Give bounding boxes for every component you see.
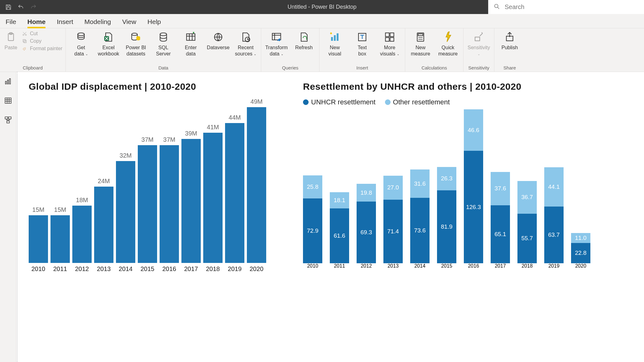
search-box[interactable] <box>488 0 644 14</box>
text-box-icon <box>356 31 368 43</box>
new-measure-button[interactable]: New measure <box>408 31 433 57</box>
new-visual-button[interactable]: New visual <box>323 31 347 57</box>
ribbon-group-clipboard: Paste Cut Copy Format painter Clipboard <box>0 28 66 72</box>
report-canvas[interactable]: Global IDP displacement | 2010-2020 15M2… <box>16 72 644 362</box>
bar-segment: 22.8 <box>571 243 590 263</box>
enter-data-icon <box>185 31 197 43</box>
dataverse-button[interactable]: Dataverse <box>206 31 230 51</box>
bar-stack: 72.925.8 <box>303 175 322 263</box>
menu-modeling[interactable]: Modeling <box>84 18 111 28</box>
menu-file[interactable]: File <box>6 18 16 28</box>
bar-column: 71.427.02013 <box>383 176 403 269</box>
sensitivity-button[interactable]: Sensitivity⌄ <box>467 31 491 57</box>
chart-idp[interactable]: Global IDP displacement | 2010-2020 15M2… <box>29 81 284 273</box>
pbi-datasets-icon <box>130 31 142 43</box>
bar-x-label: 2016 <box>162 265 176 273</box>
pbi-datasets-button[interactable]: Power BI datasets <box>124 31 148 57</box>
bar-column: 37M2015 <box>138 136 157 272</box>
paste-button[interactable]: Paste <box>3 31 19 51</box>
quick-measure-button[interactable]: Quick measure <box>436 31 460 57</box>
undo-icon[interactable] <box>17 3 25 11</box>
bar-stack: 126.346.6 <box>464 109 483 263</box>
bar-segment: 26.3 <box>437 167 456 190</box>
bar <box>160 145 179 263</box>
report-view-icon[interactable] <box>3 76 13 86</box>
publish-button[interactable]: Publish <box>497 31 522 51</box>
format-painter-button[interactable]: Format painter <box>22 46 62 51</box>
chart-resettlement[interactable]: Resettlement by UNHCR and others | 2010-… <box>303 81 633 273</box>
bar <box>225 123 244 263</box>
refresh-icon <box>298 31 310 43</box>
bar-segment: 72.9 <box>303 198 322 263</box>
quick-measure-icon <box>442 31 454 43</box>
copy-icon <box>22 38 27 44</box>
more-visuals-button[interactable]: More visuals ⌄ <box>377 31 402 57</box>
bar-column: 22.811.02020 <box>571 233 590 269</box>
sql-server-button[interactable]: SQL Server <box>151 31 175 57</box>
bar-x-label: 2019 <box>548 263 560 269</box>
chart-legend: UNHCR resettlement Other resettlement <box>303 98 633 106</box>
bar-value-label: 44M <box>229 114 241 121</box>
menu-view[interactable]: View <box>122 18 136 28</box>
svg-rect-16 <box>331 37 333 41</box>
bar-segment: 19.8 <box>357 184 376 202</box>
bar-stack: 69.319.8 <box>357 184 376 263</box>
group-label: Data <box>69 65 258 72</box>
bar-column: 81.926.32015 <box>437 167 456 269</box>
svg-rect-36 <box>9 79 10 84</box>
ribbon-group-queries: Transform data ⌄ Refresh Queries <box>261 28 320 72</box>
bar-x-label: 2017 <box>184 265 198 273</box>
refresh-button[interactable]: Refresh <box>292 31 316 51</box>
bar-segment: 31.6 <box>410 169 430 198</box>
ribbon-group-sensitivity: Sensitivity⌄ Sensitivity <box>464 28 494 72</box>
paste-icon <box>5 31 17 43</box>
menu-help[interactable]: Help <box>147 18 161 28</box>
redo-icon[interactable] <box>29 3 37 11</box>
ribbon: Paste Cut Copy Format painter Clipboard … <box>0 28 644 72</box>
search-input[interactable] <box>505 3 639 11</box>
bar-x-label: 2010 <box>31 265 46 273</box>
get-data-button[interactable]: Get data ⌄ <box>69 31 93 57</box>
data-view-icon[interactable] <box>3 96 13 106</box>
titlebar: Untitled - Power BI Desktop <box>0 0 644 14</box>
bar-x-label: 2015 <box>141 265 155 273</box>
text-box-button[interactable]: Text box <box>350 31 374 57</box>
bar-segment: 37.6 <box>491 172 510 205</box>
bar-column: 18M2012 <box>72 197 92 273</box>
excel-button[interactable]: Excel workbook <box>96 31 121 57</box>
group-label: Sensitivity <box>467 65 491 72</box>
recent-sources-icon <box>239 31 252 43</box>
recent-sources-button[interactable]: Recent sources ⌄ <box>233 31 258 57</box>
bar-x-label: 2020 <box>250 265 264 273</box>
bar-x-label: 2012 <box>361 263 372 269</box>
more-visuals-icon <box>383 31 396 43</box>
bar-column: 126.346.62016 <box>464 109 483 269</box>
ribbon-group-insert: New visual Text box More visuals ⌄ Inser… <box>320 28 405 72</box>
enter-data-button[interactable]: Enter data <box>179 31 203 57</box>
legend-swatch <box>385 99 391 105</box>
bar-column: 55.736.72018 <box>517 181 537 269</box>
bar-column: 49M2020 <box>247 98 266 273</box>
menu-home[interactable]: Home <box>27 18 46 28</box>
bar <box>50 215 70 263</box>
legend-label: UNHCR resettlement <box>311 98 376 106</box>
svg-rect-21 <box>390 33 394 37</box>
chart-title: Global IDP displacement | 2010-2020 <box>29 81 284 92</box>
save-icon[interactable] <box>4 3 12 11</box>
cut-button[interactable]: Cut <box>22 31 62 36</box>
svg-point-0 <box>495 4 498 7</box>
group-label: Queries <box>264 65 316 72</box>
bar-segment: 71.4 <box>383 200 403 263</box>
bar-x-label: 2020 <box>575 263 586 269</box>
transform-data-button[interactable]: Transform data ⌄ <box>264 31 289 57</box>
bar-stack: 61.618.1 <box>330 192 349 263</box>
bar-segment: 73.6 <box>410 198 430 263</box>
svg-point-7 <box>78 33 84 36</box>
menu-insert[interactable]: Insert <box>57 18 73 28</box>
model-view-icon[interactable] <box>3 115 13 125</box>
bar <box>203 133 223 263</box>
copy-button[interactable]: Copy <box>22 38 62 44</box>
bar-segment: 81.9 <box>437 190 456 263</box>
bar-x-label: 2018 <box>206 265 220 273</box>
bar-column: 44M2019 <box>225 114 244 273</box>
